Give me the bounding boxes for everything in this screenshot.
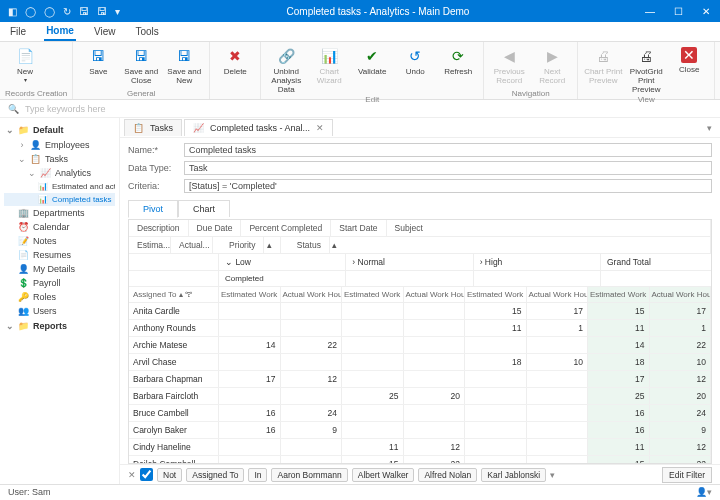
nav-group-default[interactable]: ⌄📁Default (4, 122, 115, 138)
nav-tasks[interactable]: ⌄📋 Tasks (4, 152, 115, 166)
nav-notes[interactable]: 📝 Notes (4, 234, 115, 248)
filter-op[interactable]: In (248, 468, 267, 482)
col-high[interactable]: › High (474, 254, 601, 270)
field-status[interactable]: Status ▴ (281, 237, 711, 253)
cell: 17 (219, 371, 281, 387)
table-row[interactable]: Anita Cardle15171517 (129, 303, 711, 320)
menu-tools[interactable]: Tools (133, 23, 160, 40)
nav-users[interactable]: 👥 Users (4, 304, 115, 318)
menu-file[interactable]: File (8, 23, 28, 40)
filter-dropdown-icon[interactable]: ▾ (550, 470, 555, 480)
table-row[interactable]: Cindy Haneline11121112 (129, 439, 711, 456)
status-user-icon[interactable]: 👤▾ (696, 487, 712, 498)
save-close-button[interactable]: 🖫Save and Close (121, 45, 161, 88)
filter-val4[interactable]: Karl Jablonski (481, 468, 546, 482)
pivot-print-button[interactable]: 🖨PivotGrid Print Preview (626, 45, 666, 94)
qat-dropdown-icon[interactable]: ▾ (115, 6, 120, 17)
new-button[interactable]: 📄New▾ (5, 45, 45, 88)
qat-saveall-icon[interactable]: 🖫 (97, 6, 107, 17)
refresh-button[interactable]: ⟳Refresh (438, 45, 478, 94)
nav-calendar[interactable]: ⏰ Calendar (4, 220, 115, 234)
close-button[interactable]: ✕Close (669, 45, 709, 94)
ribbon-group-general: General (78, 88, 204, 98)
filter-close-icon[interactable]: ✕ (128, 470, 136, 480)
field-description[interactable]: Description (129, 220, 189, 236)
field-actual[interactable]: Actual... (171, 237, 213, 253)
nav-roles[interactable]: 🔑 Roles (4, 290, 115, 304)
tabs-dropdown-icon[interactable]: ▾ (707, 123, 720, 133)
table-row[interactable]: Archie Matese14221422 (129, 337, 711, 354)
field-priority[interactable]: Priority ▴ (213, 237, 281, 253)
field-startdate[interactable]: Start Date (331, 220, 386, 236)
close-tab-icon[interactable]: ✕ (316, 123, 324, 133)
nav-analytics[interactable]: ⌄📈 Analytics (4, 166, 115, 180)
tab-completed-analytics[interactable]: 📈 Completed tasks - Anal... ✕ (184, 119, 333, 136)
cell: 12 (650, 439, 712, 455)
field-estima[interactable]: Estima... (129, 237, 171, 253)
nav-completed[interactable]: 📊 Completed tasks (4, 193, 115, 206)
filter-not[interactable]: Not (157, 468, 182, 482)
tab-tasks[interactable]: 📋 Tasks (124, 119, 182, 136)
qat-save-icon[interactable]: 🖫 (79, 6, 89, 17)
menu-home[interactable]: Home (44, 22, 76, 41)
datatype-field[interactable]: Task (184, 161, 712, 175)
nav-mydetails[interactable]: 👤 My Details (4, 262, 115, 276)
cell: 12 (650, 371, 712, 387)
nav-payroll[interactable]: 💲 Payroll (4, 276, 115, 290)
col-low[interactable]: ⌄ Low (219, 254, 346, 270)
table-row[interactable]: Anthony Rounds111111 (129, 320, 711, 337)
cell (281, 456, 343, 463)
save-button[interactable]: 🖫Save (78, 45, 118, 88)
column-status-header: Completed (129, 271, 711, 287)
table-row[interactable]: Carolyn Baker169169 (129, 422, 711, 439)
nav-group-reports[interactable]: ⌄📁Reports (4, 318, 115, 334)
table-row[interactable]: Barbara Chapman17121712 (129, 371, 711, 388)
filter-enable-checkbox[interactable] (140, 468, 153, 481)
row-header: Barbara Chapman (129, 371, 219, 387)
cell (219, 320, 281, 336)
criteria-field[interactable]: [Status] = 'Completed' (184, 179, 712, 193)
maximize-button[interactable]: ☐ (664, 6, 692, 17)
cell (527, 388, 589, 404)
save-new-button[interactable]: 🖫Save and New (164, 45, 204, 88)
field-duedate[interactable]: Due Date (189, 220, 242, 236)
undo-button[interactable]: ↺Undo (395, 45, 435, 94)
table-row[interactable]: Bruce Cambell16241624 (129, 405, 711, 422)
qat-forward-icon[interactable]: ◯ (44, 6, 55, 17)
filter-val1[interactable]: Aaron Bornmann (271, 468, 347, 482)
status-bar: User: Sam 👤▾ (0, 484, 720, 500)
minimize-button[interactable]: — (636, 6, 664, 17)
field-percent[interactable]: Percent Completed (241, 220, 331, 236)
pivot-body[interactable]: Anita Cardle15171517Anthony Rounds111111… (129, 303, 711, 463)
edit-filter-button[interactable]: Edit Filter (662, 467, 712, 483)
nav-resumes[interactable]: 📄 Resumes (4, 248, 115, 262)
search-input[interactable]: Type keywords here (25, 104, 106, 114)
menu-view[interactable]: View (92, 23, 118, 40)
row-field-assigned[interactable]: Assigned To ▴ 🝖 (129, 287, 219, 302)
cell (404, 405, 466, 421)
validate-button[interactable]: ✔Validate (352, 45, 392, 94)
cell: 20 (404, 388, 466, 404)
delete-button[interactable]: ✖Delete (215, 45, 255, 88)
table-row[interactable]: Arvil Chase18101810 (129, 354, 711, 371)
qat-refresh-icon[interactable]: ↻ (63, 6, 71, 17)
table-row[interactable]: Dailah Campbell15221522 (129, 456, 711, 463)
field-subject[interactable]: Subject (387, 220, 712, 236)
filter-val3[interactable]: Alfred Nolan (418, 468, 477, 482)
close-window-button[interactable]: ✕ (692, 6, 720, 17)
row-header: Anita Cardle (129, 303, 219, 319)
table-row[interactable]: Barbara Faircloth25202520 (129, 388, 711, 405)
nav-employees[interactable]: ›👤 Employees (4, 138, 115, 152)
filter-val2[interactable]: Albert Walker (352, 468, 415, 482)
ribbon-group-edit: Edit (266, 94, 478, 104)
qat-back-icon[interactable]: ◯ (25, 6, 36, 17)
unbind-button[interactable]: 🔗Unbind Analysis Data (266, 45, 306, 94)
name-field[interactable]: Completed tasks (184, 143, 712, 157)
cell (219, 388, 281, 404)
nav-departments[interactable]: 🏢 Departments (4, 206, 115, 220)
subtab-chart[interactable]: Chart (178, 200, 230, 217)
subtab-pivot[interactable]: Pivot (128, 200, 178, 218)
nav-estimated[interactable]: 📊 Estimated and actual wor (4, 180, 115, 193)
filter-field[interactable]: Assigned To (186, 468, 244, 482)
col-normal[interactable]: › Normal (346, 254, 473, 270)
